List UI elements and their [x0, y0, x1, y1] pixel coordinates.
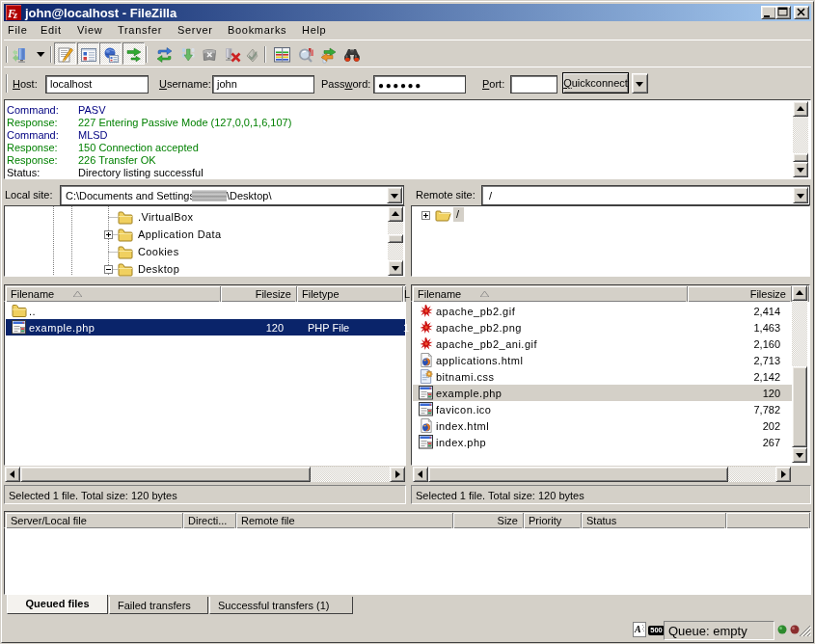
svg-text:A: A — [634, 624, 641, 634]
svg-text:z: z — [13, 10, 17, 20]
